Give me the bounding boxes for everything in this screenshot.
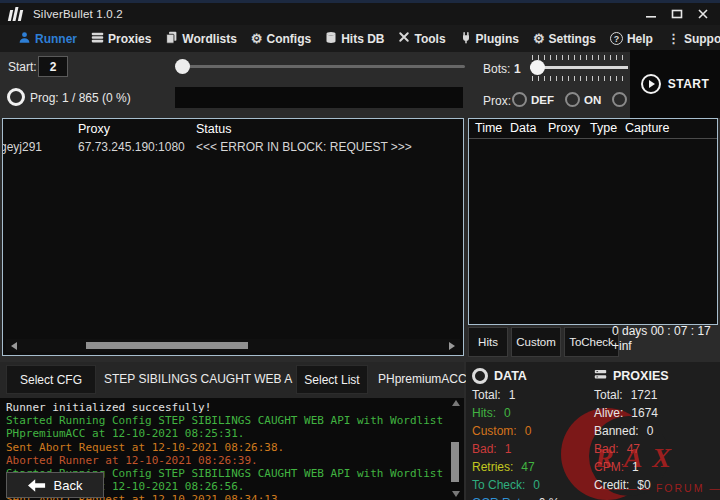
scroll-up-icon[interactable] [452,400,460,406]
elapsed-time: 0 days 00 : 07 : 17 [612,324,711,339]
stat-row-total: Total:1 [472,386,590,404]
donut-icon [472,368,488,384]
column-header-time: Time [475,121,502,135]
slider-ticks [532,76,626,81]
menu-label: Wordlists [182,32,236,46]
runner-controls: Start: Prog: 1 / 865 (0 %) Bots: 1 Prox:… [0,52,720,118]
menu-item-tools[interactable]: Tools [398,31,445,46]
tab-tocheck[interactable]: ToCheck [564,327,619,357]
stat-value: 47 [627,442,640,456]
stat-value: 1 [509,388,516,402]
stat-row-total: Total:1721 [594,386,718,404]
runner-icon [18,31,31,47]
gear-icon: ⚙ [251,32,263,45]
log-line: PHpremiumACC at 12-10-2021 08:25:31. [6,427,450,440]
stat-value: 1674 [631,406,658,420]
data-title: DATA [494,369,527,383]
menu-item-help[interactable]: ? Help [610,32,653,46]
menu-item-settings[interactable]: ⚙ Settings [533,32,596,46]
scroll-left-icon[interactable] [11,342,17,350]
prox-option-def[interactable]: DEF [512,92,554,107]
tab-custom[interactable]: Custom [511,327,561,357]
elapsed-timer: 0 days 00 : 07 : 17 +inf [612,324,711,354]
menu-item-plugins[interactable]: Plugins [460,31,519,47]
column-header-capture: Capture [625,121,669,135]
window-controls [638,5,716,23]
radio-icon [512,92,527,107]
config-name: STEP SIBILINGS CAUGHT WEB A [104,372,293,386]
column-header-proxy: Proxy [548,121,580,135]
vertical-scrollbar[interactable] [450,400,461,497]
stat-row-custom: Custom:0 [472,422,590,440]
select-list-button[interactable]: Select List [296,365,368,394]
slider-ticks [532,55,626,60]
scroll-thumb[interactable] [451,442,459,482]
kebab-dots-icon: ⋮ [667,32,680,45]
stat-row-alive: Alive:1674 [594,404,718,422]
radio-label: DEF [531,94,554,106]
stat-value: 0 [647,424,654,438]
table-row[interactable]: geyj291 67.73.245.190:1080 <<< ERROR IN … [3,140,463,156]
stat-label: CPM: [594,460,624,474]
column-header-data: Data [510,121,536,135]
stat-label: Total: [594,388,623,402]
gear-icon: ⚙ [533,32,545,45]
back-button[interactable]: Back [6,472,104,498]
progress-bar [175,87,463,108]
scroll-right-icon[interactable] [449,342,455,350]
start-label: Start: [8,60,37,74]
stat-value: 47 [521,460,534,474]
select-cfg-button[interactable]: Select CFG [6,365,96,394]
slider-thumb[interactable] [530,60,545,75]
radio-icon [565,92,580,107]
menu-item-wordlists[interactable]: Wordlists [165,31,236,47]
menu-label: Proxies [108,32,151,46]
menu-item-configs[interactable]: ⚙ Configs [251,32,311,46]
start-slider[interactable] [175,57,465,77]
log-line: Sent Abort Request at 12-10-2021 08:26:3… [6,441,450,454]
menu-label: Supporters [684,32,720,46]
radio-label: ON [584,94,601,106]
back-label: Back [54,478,83,493]
stat-value: 0 [525,424,532,438]
scroll-thumb[interactable] [86,342,248,349]
stat-row-credit: Credit:$0 [594,476,718,494]
close-button[interactable] [690,5,716,23]
bots-slider[interactable] [530,55,628,81]
slider-thumb[interactable] [175,59,190,74]
scroll-down-icon[interactable] [452,491,460,497]
stat-row-tocheck: To Check:0 [472,476,590,494]
start-input[interactable] [38,56,68,77]
app-logo-icon [9,7,22,21]
stat-row-hits: Hits:0 [472,404,590,422]
column-header-proxy: Proxy [78,122,110,136]
stat-value: 0 % [539,496,560,500]
start-button[interactable]: START [630,50,720,118]
menu-item-hitsdb[interactable]: Hits DB [325,31,384,47]
menu-item-runner[interactable]: Runner [18,31,77,47]
stat-value: 0 [504,406,511,420]
menu-label: Settings [549,32,596,46]
progress-indicator-icon [7,88,25,106]
close-icon [697,8,709,20]
menu-item-supporters[interactable]: ⋮ Supporters [667,32,720,46]
cell-status: <<< ERROR IN BLOCK: REQUEST >>> [196,140,412,154]
slider-track [181,65,465,68]
prox-option-on[interactable]: ON [565,92,601,107]
stat-label: Banned: [594,424,639,438]
stat-row-cpm: CPM:1 [594,458,718,476]
menu-item-proxies[interactable]: Proxies [91,31,151,47]
table-header: Time Data Proxy Type Capture [469,119,717,139]
stat-row-bad: Bad:1 [472,440,590,458]
tools-icon [398,31,410,46]
log-line: Aborted Runner at 12-10-2021 08:26:39. [6,454,450,467]
maximize-button[interactable] [664,5,690,23]
minimize-button[interactable] [638,5,664,23]
stat-label: To Check: [472,478,525,492]
maximize-icon [671,8,683,20]
proxies-panel: PROXIES Total:1721 Alive:1674 Banned:0 B… [594,366,718,494]
server-icon [594,368,607,384]
tab-hits[interactable]: Hits [468,327,508,357]
column-header-status: Status [196,122,231,136]
horizontal-scrollbar[interactable] [6,339,460,352]
